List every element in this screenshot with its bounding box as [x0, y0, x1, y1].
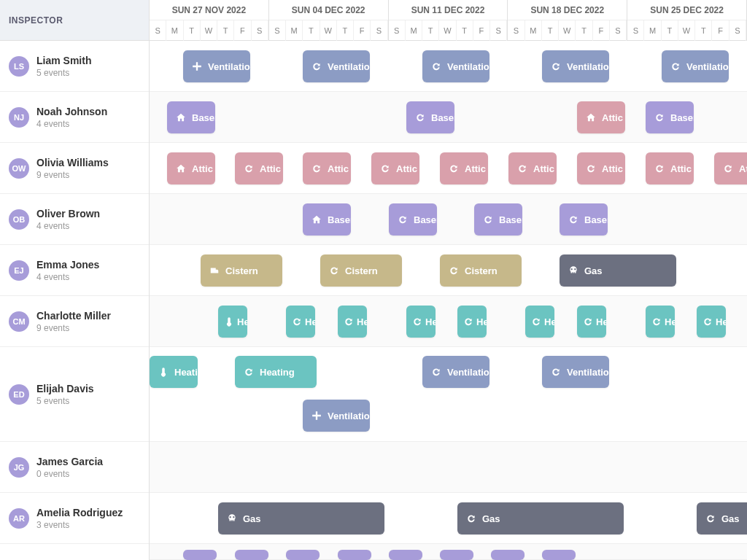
event-partial[interactable]	[542, 550, 576, 560]
event-ventilation[interactable]: Ventilation	[662, 50, 729, 82]
day-cell: W	[439, 20, 456, 41]
event-heating[interactable]: Heating	[218, 306, 247, 338]
event-cistern[interactable]: Cistern	[320, 254, 402, 287]
refresh-icon	[651, 316, 662, 327]
event-cistern[interactable]: Cistern	[440, 254, 522, 287]
inspector-row[interactable]: EJEmma Jones4 events	[0, 245, 149, 296]
event-cistern[interactable]: Cistern	[201, 254, 282, 287]
day-cell: T	[422, 20, 439, 41]
event-heating[interactable]: Heating	[235, 356, 317, 388]
inspector-event-count: 5 events	[36, 396, 94, 406]
event-basement[interactable]: Basement	[303, 203, 351, 236]
event-basement[interactable]: Basement	[560, 203, 608, 236]
event-basement[interactable]: Basement	[167, 101, 215, 133]
event-ventilation[interactable]: Ventilation	[303, 400, 370, 432]
refresh-icon	[449, 163, 459, 174]
event-heating[interactable]: Heating	[406, 306, 436, 338]
event-attic[interactable]: Attic	[714, 152, 747, 184]
event-gas[interactable]: Gas	[218, 502, 384, 534]
event-label: Ventilation	[567, 367, 609, 378]
inspector-row[interactable]: OWOlivia Williams9 events	[0, 143, 149, 194]
inspector-row[interactable]: JGJames Garcia0 events	[0, 442, 149, 493]
refresh-icon	[531, 316, 541, 327]
event-partial[interactable]	[440, 550, 473, 560]
thermometer-icon	[224, 316, 234, 327]
event-ventilation[interactable]: Ventilation	[422, 356, 489, 388]
event-heating[interactable]: Heating	[457, 306, 487, 338]
event-basement[interactable]: Basement	[474, 203, 522, 236]
inspector-event-count: 9 events	[36, 323, 111, 333]
timeline[interactable]: SUN 27 NOV 2022SMTWTFSSUN 04 DEC 2022SMT…	[150, 0, 747, 560]
event-attic[interactable]: Attic	[508, 152, 557, 184]
inspector-name: Noah Johnson	[36, 106, 107, 117]
event-ventilation[interactable]: Ventilation	[542, 356, 609, 388]
event-basement[interactable]: Basement	[389, 203, 437, 236]
timeline-row	[150, 442, 747, 493]
inspector-row[interactable]: LSLiam Smith5 events	[0, 41, 149, 92]
event-ventilation[interactable]: Ventilation	[183, 50, 250, 82]
timeline-row: Cistern Cistern Cistern Gas	[150, 245, 747, 296]
event-heating[interactable]: Heating	[338, 306, 367, 338]
event-label: Cistern	[465, 265, 498, 276]
timeline-body[interactable]: Ventilation Ventilation Ventilation Vent…	[150, 41, 747, 560]
event-partial[interactable]	[338, 550, 371, 560]
inspector-row[interactable]: ARAmelia Rodriguez3 events	[0, 493, 149, 544]
event-label: Basement	[670, 112, 694, 123]
avatar: LS	[9, 56, 29, 77]
sidebar-header: INSPECTOR	[0, 0, 149, 41]
event-partial[interactable]	[389, 550, 422, 560]
inspector-row[interactable]: NJNoah Johnson4 events	[0, 92, 149, 143]
event-partial[interactable]	[491, 550, 525, 560]
inspector-row[interactable]: OBOliver Brown4 events	[0, 194, 149, 245]
event-attic[interactable]: Attic	[167, 152, 215, 184]
day-cell: T	[542, 20, 559, 41]
event-attic[interactable]: Attic	[646, 152, 694, 184]
event-heating[interactable]: Heating	[286, 306, 315, 338]
event-label: Heating	[305, 316, 315, 327]
event-label: Cistern	[345, 265, 378, 276]
event-attic[interactable]: Attic	[440, 152, 488, 184]
refresh-icon	[449, 265, 459, 276]
inspector-name: Elijah Davis	[36, 383, 94, 394]
event-ventilation[interactable]: Ventilation	[422, 50, 489, 82]
timeline-row: Heating Heating Ventilation Ventilation …	[150, 347, 747, 442]
event-partial[interactable]	[235, 550, 268, 560]
event-heating[interactable]: Heating	[577, 306, 606, 338]
event-label: Attic	[465, 163, 486, 174]
event-attic[interactable]: Attic	[235, 152, 283, 184]
event-heating[interactable]: Heating	[525, 306, 554, 338]
day-cell: S	[252, 20, 268, 41]
scheduler-root: INSPECTOR LSLiam Smith5 eventsNJNoah Joh…	[0, 0, 747, 560]
event-gas[interactable]: Gas	[697, 502, 747, 534]
event-partial[interactable]	[286, 550, 320, 560]
event-heating[interactable]: Heating	[697, 306, 726, 338]
event-basement[interactable]: Basement	[646, 101, 694, 133]
event-label: Basement	[584, 214, 608, 225]
inspector-row[interactable]: CMCharlotte Miller9 events	[0, 296, 149, 347]
event-label: Basement	[431, 112, 454, 123]
avatar: OB	[9, 209, 29, 230]
week-column: SUN 04 DEC 2022SMTWTFS	[269, 0, 389, 40]
day-cell: T	[217, 20, 234, 41]
event-gas[interactable]: Gas	[457, 502, 624, 534]
week-column: SUN 18 DEC 2022SMTWTFS	[508, 0, 627, 40]
event-heating[interactable]: Heating	[646, 306, 675, 338]
event-attic[interactable]: Attic	[371, 152, 419, 184]
event-heating[interactable]: Heating	[150, 356, 198, 388]
refresh-icon	[670, 61, 681, 71]
inspector-event-count: 9 events	[36, 170, 109, 180]
event-attic[interactable]: Attic	[303, 152, 351, 184]
event-ventilation[interactable]: Ventilation	[542, 50, 609, 82]
inspector-name: Charlotte Miller	[36, 310, 111, 322]
event-basement[interactable]: Basement	[406, 101, 454, 133]
inspector-row[interactable]: EDElijah Davis5 events	[0, 347, 149, 442]
refresh-icon	[412, 316, 422, 327]
event-ventilation[interactable]: Ventilation	[303, 50, 370, 82]
event-partial[interactable]	[183, 550, 217, 560]
refresh-icon	[329, 265, 339, 276]
event-attic[interactable]: Attic	[577, 101, 625, 133]
event-gas[interactable]: Gas	[560, 254, 676, 287]
refresh-icon	[703, 316, 713, 327]
event-attic[interactable]: Attic	[577, 152, 625, 184]
refresh-icon	[311, 163, 322, 174]
